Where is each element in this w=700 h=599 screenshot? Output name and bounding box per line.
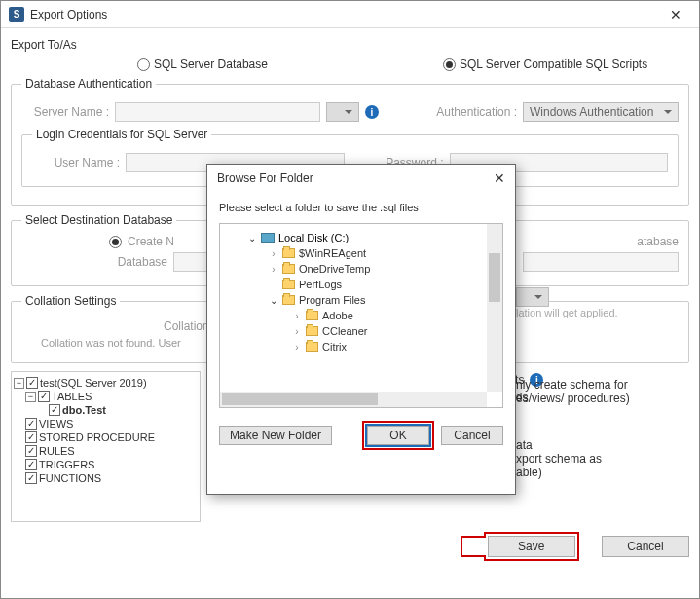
radio-icon [109,236,122,248]
dialog-message: Please select a folder to save the .sql … [219,196,503,223]
collation-note: Collation was not found. User [21,337,181,349]
checkbox[interactable] [25,418,37,430]
folder-label[interactable]: PerfLogs [299,279,342,290]
tree-root[interactable]: test(SQL Server 2019) [40,377,147,389]
checkbox[interactable] [26,377,38,389]
schema-peek: nly create schema for [516,378,630,392]
close-icon[interactable]: ✕ [494,170,505,186]
tree-item-label[interactable]: RULES [39,445,75,457]
server-name-input [115,102,320,122]
collation-dropdown [516,287,549,307]
db-auth-legend: Database Authentication [21,77,156,91]
tree-item-label[interactable]: TABLES [52,391,92,402]
radio-label: SQL Server Database [154,57,268,71]
collation-label: Collation [164,319,209,333]
save-highlight: Save [464,540,575,553]
dest-db-legend: Select Destination Database [21,213,176,227]
username-label: User Name : [32,156,120,169]
tree-item-label[interactable]: VIEWS [39,418,73,430]
chevron-down-icon[interactable]: ⌄ [247,233,257,243]
chevron-right-icon[interactable]: › [269,264,278,275]
disk-icon [261,233,275,243]
window-title: Export Options [30,8,660,21]
server-name-label: Server Name : [21,105,109,119]
folder-icon [282,264,295,274]
create-new-label: Create N [128,235,174,248]
folder-label[interactable]: OneDriveTemp [299,263,370,275]
folder-tree[interactable]: ⌄Local Disk (C:) ›$WinREAgent ›OneDriveT… [219,223,503,408]
checkbox[interactable] [25,472,37,484]
dialog-cancel-button[interactable]: Cancel [441,426,503,445]
folder-label[interactable]: Adobe [322,310,353,321]
collapse-icon[interactable]: − [14,378,24,389]
schema-peek: es/views/ procedures) [516,392,630,405]
tree-item-label[interactable]: STORED PROCEDURE [39,431,155,443]
folder-label[interactable]: Local Disk (C:) [278,232,349,243]
server-dropdown-btn [326,102,359,122]
auth-label: Authentication : [420,105,517,119]
folder-icon [282,248,295,258]
login-legend: Login Credentials for SQL Server [32,128,211,141]
tree-item-label[interactable]: dbo.Test [62,404,106,416]
ok-highlight: OK [367,426,429,445]
ok-button[interactable]: OK [367,426,429,445]
export-to-heading: Export To/As [11,38,689,52]
scroll-thumb[interactable] [222,393,378,405]
folder-icon [282,295,295,305]
db-existing-input [523,252,679,272]
make-new-folder-button[interactable]: Make New Folder [219,426,332,445]
checkbox[interactable] [38,391,50,402]
checkbox[interactable] [25,445,37,457]
info-icon[interactable]: i [365,105,379,119]
folder-label[interactable]: Citrix [322,341,347,353]
tree-item-label[interactable]: TRIGGERS [39,459,94,470]
folder-icon [306,311,318,320]
save-button[interactable]: Save [488,536,575,557]
collation-legend: Collation Settings [21,294,120,308]
dialog-title: Browse For Folder [217,171,494,185]
tree-item-label[interactable]: FUNCTIONS [39,472,101,484]
chevron-right-icon[interactable]: › [292,342,302,353]
browse-folder-dialog: Browse For Folder ✕ Please select a fold… [206,164,516,495]
scrollbar-horizontal[interactable] [220,392,487,407]
folder-label[interactable]: CCleaner [322,325,367,337]
object-tree[interactable]: −test(SQL Server 2019) −TABLES dbo.Test … [11,371,201,522]
folder-icon [306,326,318,336]
schema-peek: xport schema as [516,452,602,466]
radio-sql-scripts[interactable]: SQL Server Compatible SQL Scripts [443,57,647,71]
checkbox[interactable] [25,459,37,470]
schema-peek: able) [516,466,602,479]
radio-icon [443,58,456,71]
cancel-button[interactable]: Cancel [602,536,689,557]
radio-icon [137,58,150,71]
radio-label: SQL Server Compatible SQL Scripts [460,57,647,71]
collation-note-right: lation will get applied. [516,307,618,318]
db-name-label: Database [80,255,167,269]
data-section-label: ata [516,438,602,452]
titlebar: S Export Options ✕ [1,1,699,28]
existing-label: atabase [637,235,679,248]
folder-icon [282,280,295,289]
folder-icon [306,342,318,352]
checkbox[interactable] [49,404,60,416]
collapse-icon[interactable]: − [25,392,36,402]
folder-label[interactable]: $WinREAgent [299,247,366,259]
radio-sql-server-db[interactable]: SQL Server Database [137,57,268,71]
checkbox[interactable] [25,431,37,443]
chevron-right-icon[interactable]: › [269,248,278,259]
scrollbar-vertical[interactable] [487,224,502,392]
folder-label[interactable]: Program Files [299,294,365,306]
chevron-down-icon[interactable]: ⌄ [269,295,278,306]
close-icon[interactable]: ✕ [660,7,691,22]
auth-dropdown: Windows Authentication [523,102,679,122]
scroll-thumb[interactable] [489,253,500,302]
chevron-right-icon[interactable]: › [292,311,302,321]
chevron-right-icon[interactable]: › [292,326,302,337]
app-icon: S [9,7,24,22]
